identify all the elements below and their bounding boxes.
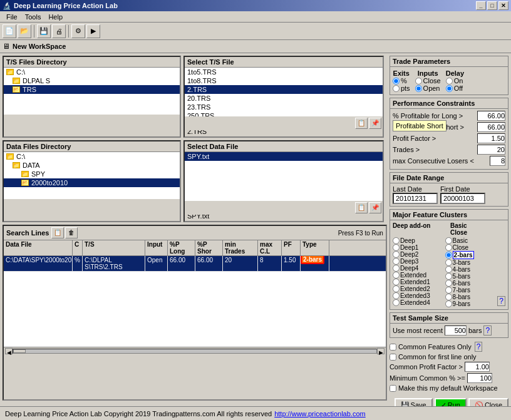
table-row[interactable]: C:\DATA\SPY\2000to20 % C:\DLPAL S\TRS\2.… bbox=[4, 256, 386, 272]
scrollbar-thumb[interactable] bbox=[13, 349, 26, 353]
ts-dir-item-dlpal[interactable]: 📁 DLPAL S bbox=[4, 76, 180, 85]
cluster-8bars-radio[interactable] bbox=[445, 294, 452, 300]
cell-data-file: C:\DATA\SPY\2000to20 bbox=[4, 256, 73, 271]
ts-file-item-selected[interactable]: 2.TRS bbox=[185, 85, 383, 94]
open-button[interactable]: 📂 bbox=[18, 24, 31, 38]
data-dir-item-2000[interactable]: 📂 2000to2010 bbox=[4, 178, 180, 187]
scroll-right-btn[interactable]: ► bbox=[377, 348, 385, 354]
common-features-row: Common Features Only ? bbox=[390, 342, 508, 352]
cluster-basic-radio[interactable] bbox=[445, 237, 452, 244]
print-button[interactable]: 🖨 bbox=[52, 24, 66, 38]
cluster-9bars-radio[interactable] bbox=[445, 300, 452, 307]
website-link[interactable]: http://www.priceactionlab.com bbox=[274, 410, 366, 417]
ts-file-list[interactable]: 1to5.TRS 1to8.TRS 2.TRS 20.TRS 23.TRS 25… bbox=[185, 68, 383, 116]
cluster-ext2-radio[interactable] bbox=[393, 285, 400, 292]
perf-cl-value[interactable] bbox=[490, 156, 505, 166]
common-features-help-btn[interactable]: ? bbox=[475, 342, 483, 352]
ts-file-item[interactable]: 23.TRS bbox=[185, 103, 383, 111]
menu-tools[interactable]: Tools bbox=[21, 13, 45, 21]
inputs-open-radio[interactable] bbox=[415, 85, 422, 92]
cluster-3bars-radio[interactable] bbox=[445, 259, 452, 266]
ts-file-btn2[interactable]: 📌 bbox=[369, 118, 381, 129]
settings-button[interactable]: ⚙ bbox=[71, 24, 85, 38]
cluster-help-btn[interactable]: ? bbox=[497, 296, 505, 306]
perf-short-value[interactable] bbox=[477, 122, 505, 132]
cluster-ext3-radio[interactable] bbox=[393, 292, 400, 299]
cluster-close-radio[interactable] bbox=[445, 244, 452, 251]
perf-pf-label: Profit Factor > bbox=[393, 135, 436, 142]
maximize-button[interactable]: □ bbox=[487, 1, 497, 10]
test-sample-input[interactable] bbox=[445, 325, 467, 335]
perf-pf-value[interactable] bbox=[477, 133, 505, 143]
cluster-ext4-radio[interactable] bbox=[393, 299, 400, 306]
new-button[interactable]: 📄 bbox=[3, 24, 16, 38]
copyright-text: Deep Learning Price Action Lab Copyright… bbox=[5, 410, 272, 417]
common-pf-input[interactable] bbox=[465, 362, 490, 372]
cell-pf: 1.50 bbox=[282, 256, 301, 271]
data-directory-panel: Data Files Directory 📁 C:\ 📁 DATA 📁 S bbox=[3, 140, 181, 222]
scroll-left-btn[interactable]: ◄ bbox=[5, 348, 13, 354]
toolbar: 📄 📂 💾 🖨 ⚙ ▶ bbox=[0, 23, 511, 40]
data-directory-tree[interactable]: 📁 C:\ 📁 DATA 📁 SPY 📂 bbox=[4, 152, 180, 199]
h-scrollbar-area[interactable]: ◄ ► bbox=[4, 347, 386, 354]
ts-file-item[interactable]: 1to5.TRS bbox=[185, 68, 383, 76]
save-toolbar-button[interactable]: 💾 bbox=[37, 24, 51, 38]
perf-long-value[interactable] bbox=[477, 111, 505, 121]
common-first-checkbox[interactable] bbox=[390, 354, 396, 361]
cluster-ext1-radio[interactable] bbox=[393, 279, 400, 285]
test-sample-help-btn[interactable]: ? bbox=[483, 325, 492, 335]
exits-pts-radio[interactable] bbox=[393, 85, 400, 92]
min-common-input[interactable] bbox=[467, 373, 492, 383]
cluster-deep-radio[interactable] bbox=[393, 237, 400, 244]
col-max-cl: max C.L bbox=[258, 240, 282, 255]
cluster-deep3-radio[interactable] bbox=[393, 258, 400, 265]
scrollbar-track[interactable] bbox=[13, 349, 377, 354]
run-toolbar-button[interactable]: ▶ bbox=[86, 24, 100, 38]
cell-c: % bbox=[73, 256, 83, 271]
cluster-5bars-radio[interactable] bbox=[445, 273, 452, 280]
delay-on-radio[interactable] bbox=[446, 78, 453, 85]
cell-ts: C:\DLPAL S\TRS\2.TRS bbox=[83, 256, 145, 271]
data-dir-item-spy[interactable]: 📁 SPY bbox=[4, 170, 180, 178]
data-dir-item-c[interactable]: 📁 C:\ bbox=[4, 152, 180, 161]
inputs-open: Open bbox=[415, 85, 441, 92]
cluster-deep4-radio[interactable] bbox=[393, 265, 400, 272]
delay-off-radio[interactable] bbox=[446, 85, 453, 92]
ts-file-item[interactable]: 250.TRS bbox=[185, 111, 383, 116]
ts-file-item[interactable]: 20.TRS bbox=[185, 94, 383, 103]
ts-file-btn1[interactable]: 📋 bbox=[355, 118, 368, 129]
menu-file[interactable]: File bbox=[3, 13, 21, 21]
cluster-4bars-radio[interactable] bbox=[445, 266, 452, 273]
search-clear-button[interactable]: 🗑 bbox=[65, 227, 78, 238]
cluster-ext-radio[interactable] bbox=[393, 272, 400, 279]
perf-cl-row: max Consecutive Losers < bbox=[393, 156, 505, 166]
col-ts: T/S bbox=[83, 240, 145, 255]
ts-dir-item-trs[interactable]: 📂 TRS bbox=[4, 85, 180, 94]
cluster-2bars-radio[interactable] bbox=[445, 252, 452, 259]
data-file-btn1[interactable]: 📋 bbox=[355, 202, 368, 213]
ts-dir-item-c[interactable]: 📁 C:\ bbox=[4, 68, 180, 76]
data-file-list[interactable]: SPY.txt bbox=[185, 152, 383, 201]
cluster-6bars-radio[interactable] bbox=[445, 280, 452, 287]
exits-label: Exits bbox=[393, 69, 410, 77]
ts-file-item[interactable]: 1to8.TRS bbox=[185, 76, 383, 85]
cluster-deep1-radio[interactable] bbox=[393, 244, 400, 251]
exits-pct-radio[interactable] bbox=[393, 78, 400, 85]
cluster-7bars-radio[interactable] bbox=[445, 287, 452, 294]
menu-help[interactable]: Help bbox=[44, 13, 66, 21]
bars-label: bars bbox=[468, 327, 482, 334]
ts-directory-tree[interactable]: 📁 C:\ 📁 DLPAL S 📂 TRS bbox=[4, 68, 180, 115]
minimize-button[interactable]: _ bbox=[476, 1, 486, 10]
data-file-btn2[interactable]: 📌 bbox=[369, 202, 381, 213]
data-file-item-spy[interactable]: SPY.txt bbox=[185, 152, 383, 161]
cluster-deep2-radio[interactable] bbox=[393, 251, 400, 258]
inputs-close-radio[interactable] bbox=[415, 78, 422, 85]
data-dir-item-data[interactable]: 📁 DATA bbox=[4, 161, 180, 170]
close-title-button[interactable]: ✕ bbox=[498, 1, 508, 10]
perf-trades-value[interactable] bbox=[477, 145, 505, 155]
test-sample-title: Test Sample Size bbox=[390, 313, 508, 324]
make-default-checkbox[interactable] bbox=[390, 385, 396, 392]
common-features-checkbox[interactable] bbox=[390, 344, 396, 351]
trade-params-section: Trade Parameters Exits % pts bbox=[390, 56, 508, 95]
search-add-button[interactable]: 📋 bbox=[51, 227, 64, 238]
